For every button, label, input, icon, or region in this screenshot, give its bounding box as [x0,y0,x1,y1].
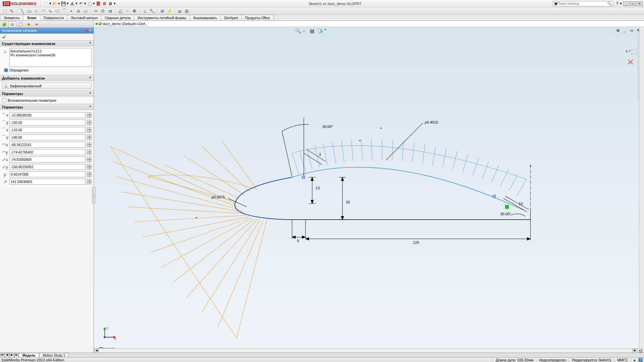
tab-last-icon[interactable]: ⏭ [14,353,19,358]
param-end-y[interactable] [9,134,86,140]
param-rho[interactable] [9,171,86,177]
pin-icon[interactable]: 📌 [84,29,89,33]
help-small-icon[interactable]: ? [90,29,92,33]
sketch-canvas[interactable]: 30.00° ρ0.4015 ρ0.4375 3 13 [94,27,638,353]
rapid-icon[interactable]: ⚡ [166,8,173,14]
tree-root-label[interactable]: duct_demo (Default<<Def... [103,22,148,26]
new-icon[interactable]: 📄 [43,1,49,6]
relations-list[interactable]: Касательность111 Ро конического сечения2… [9,48,92,67]
tab-elements[interactable]: Элементы [0,15,23,20]
param-len[interactable] [9,179,86,185]
spin-up[interactable]: ▴ [87,112,92,115]
exit-sketch-icon[interactable]: ⬚ [1,8,8,14]
tab-weldments[interactable]: Сварные детали [101,15,134,20]
tab-mold[interactable]: Инструменты литейной формы [134,15,190,20]
tree-expand-icon[interactable]: ⊞ [95,22,98,26]
tab-sheetmetal[interactable]: Листовой металл [67,15,101,20]
print-icon[interactable]: 🖨 [69,1,75,6]
move-icon[interactable]: ✥ [131,8,138,14]
param-start-y[interactable] [9,120,86,126]
tab-first-icon[interactable]: ⏮ [0,353,5,358]
rebuild-icon[interactable]: 📕 [96,1,101,6]
dimxpert-tab-icon[interactable]: ◆ [25,21,32,27]
ellipse-icon[interactable]: ⬭ [54,8,61,14]
param-end-x[interactable] [9,127,86,133]
tab-next-icon[interactable]: ▶ [9,353,14,358]
relation-item[interactable]: Ро конического сечения26 [10,53,91,57]
arc-icon[interactable]: ◠ [40,8,47,14]
circle-icon[interactable]: ○ [33,8,40,14]
screen-icon[interactable]: 🖥 [108,1,113,6]
offset-icon[interactable]: ⇉ [107,8,113,14]
dim-120[interactable]: 120 [413,240,419,244]
command-search[interactable]: ▣ 🔍 [553,1,613,6]
units-label[interactable]: ММГС [614,358,631,362]
tab-motion-study[interactable]: Motion Study 1 [39,353,69,358]
spline-icon[interactable]: ∿ [47,8,54,14]
tab-prev-icon[interactable]: ◀ [5,353,9,358]
dim-angle2[interactable]: 30.00° [500,212,511,216]
display-tab-icon[interactable]: ● [33,21,40,27]
mirror-icon[interactable]: ⧋ [117,8,124,14]
undo-icon[interactable]: ↶ [78,1,84,6]
status-help-icon[interactable]: ? [638,358,643,362]
dim-15[interactable]: 15 [519,202,523,206]
dim-angle1[interactable]: 30.00° [322,125,333,129]
line-icon[interactable]: ╲ [19,8,25,14]
tab-sketch[interactable]: Эскиз [23,15,40,20]
graphics-viewport[interactable]: ⊞ 🧩 duct_demo (Default<<Def... 🔍 ● ▤ 🧊▾ … [94,21,644,353]
construction-checkbox[interactable]: Вспомогательная геометрия [2,98,92,102]
quick-snaps-icon[interactable]: ⊕ [159,8,166,14]
param-apex-y[interactable] [9,149,86,155]
dim-rho1[interactable]: ρ0.4015 [425,120,438,124]
tab-office[interactable]: Продукты Office [241,15,274,20]
dimension-icon[interactable]: ✎ [8,8,15,14]
open-icon[interactable]: 📂 [52,1,57,6]
fixed-relation-button[interactable]: ⚓ Зафиксированный [2,83,92,89]
param-sh-y[interactable] [9,164,86,170]
tab-dimxpert[interactable]: DimXpert [220,15,242,20]
status-expand-icon[interactable]: ▴ [631,358,638,362]
param-sh-x[interactable] [9,156,86,163]
close-button[interactable]: ✕ [637,1,643,6]
tab-evaluate[interactable]: Анализировать [190,15,221,20]
pattern-icon[interactable]: ⁘ [124,8,131,14]
dim-13[interactable]: 13 [316,186,320,190]
text-icon[interactable]: A [75,8,82,14]
save-icon[interactable]: 💾 [61,1,66,6]
search-input[interactable] [557,2,607,5]
relations-icon[interactable]: ⊥ [142,8,148,14]
dim-5[interactable]: 5 [297,239,299,243]
point-icon[interactable]: • [68,8,75,14]
misc2-icon[interactable]: ⊞ [183,8,190,14]
repair-icon[interactable]: 🔧 [149,8,155,14]
param-apex-x[interactable] [9,142,86,148]
plane-icon[interactable]: ▱ [82,8,89,14]
feature-tree-tab-icon[interactable]: 🧩 [1,21,8,27]
view-triad[interactable]: Y X [101,326,117,340]
collapse-icon[interactable]: ⌃ [89,42,92,46]
tab-model[interactable]: Модель [19,353,39,358]
vertical-scrollbar[interactable] [639,27,644,348]
property-manager-tab-icon[interactable]: 🗂 [9,21,16,27]
fillet-icon[interactable]: ⌒ [61,8,68,14]
dim-3[interactable]: 3 [319,152,321,156]
param-start-x[interactable] [9,112,86,118]
misc1-icon[interactable]: ≣ [176,8,183,14]
convert-icon[interactable]: ⟳ [100,8,106,14]
select-icon[interactable]: ⬚ [87,1,92,6]
dim-rho2[interactable]: ρ0.4375 [212,195,225,199]
config-tab-icon[interactable]: 📋 [17,21,24,27]
collapse-icon[interactable]: ⌃ [89,105,92,109]
ok-icon[interactable]: ✔ [2,34,6,40]
rect-icon[interactable]: ▭ [26,8,33,14]
search-lens-icon[interactable]: 🔍 [607,1,612,6]
trim-icon[interactable]: ✂ [93,8,99,14]
options-icon[interactable]: ⚙ [102,1,107,6]
minimize-button[interactable]: _ [623,1,629,6]
dim-20[interactable]: 20 [346,200,350,204]
collapse-icon[interactable]: ⌃ [89,92,92,96]
spin-down[interactable]: ▾ [87,115,92,118]
help-icon[interactable]: ? [614,1,620,6]
collapse-icon[interactable]: ⌃ [89,76,92,81]
